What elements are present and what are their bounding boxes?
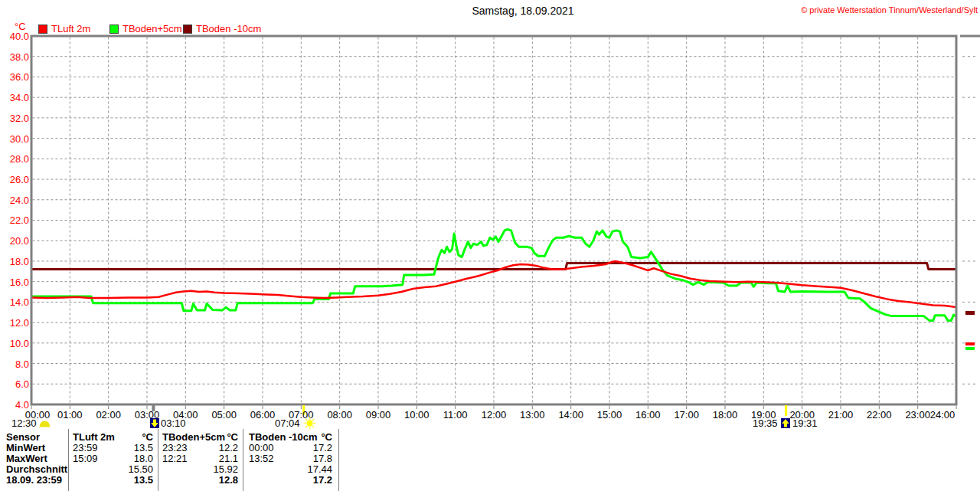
moon-down-time-label: 03:10 xyxy=(161,418,186,428)
moon-time-label: 12:30 xyxy=(11,418,37,428)
weather-station-chart-page: { "header": { "title": "Samstag, 18.09.2… xyxy=(0,0,980,491)
y-tick-label: 40.0 xyxy=(2,31,29,41)
table-cell-value: 15.92 xyxy=(195,464,238,474)
y-tick-label: 12.0 xyxy=(2,318,29,328)
x-tick-label: 02:00 xyxy=(92,410,126,420)
table-row-label: 18.09. 23:59 xyxy=(6,475,62,485)
y-tick-label: 18.0 xyxy=(2,257,29,267)
table-header-name: TLuft 2m xyxy=(73,432,115,442)
x-tick-label: 21:00 xyxy=(824,410,858,420)
x-tick-label: 18:00 xyxy=(708,410,742,420)
table-row-label: MinWert xyxy=(6,443,45,453)
table-cell-time: 23:59 xyxy=(73,443,98,453)
table-cell-time: 15:09 xyxy=(73,453,98,463)
top-border-stub xyxy=(960,35,980,38)
series-line-tboden-5cm xyxy=(31,230,956,321)
x-tick-label: 17:00 xyxy=(670,410,704,420)
table-header-unit: °C xyxy=(302,432,332,442)
y-tick-label: 24.0 xyxy=(2,195,29,205)
y-tick-label: 38.0 xyxy=(2,52,29,62)
x-tick-label: 08:00 xyxy=(323,410,357,420)
y-tick-label: 26.0 xyxy=(2,175,29,185)
table-header-sensor: Sensor xyxy=(6,432,40,442)
table-cell-value: 13.5 xyxy=(110,443,153,453)
y-tick-label: 34.0 xyxy=(2,93,29,103)
table-header-unit: °C xyxy=(207,432,238,442)
table-cell-value: 17.8 xyxy=(289,453,332,463)
table-column-separator xyxy=(338,429,339,491)
table-cell-time: 13:52 xyxy=(249,453,274,463)
y-tick-label: 28.0 xyxy=(2,154,29,164)
table-cell-value: 12.8 xyxy=(195,475,238,485)
x-tick-label: 13:00 xyxy=(515,410,549,420)
sunrise-time-label: 07:04 xyxy=(275,418,300,428)
x-tick-label: 15:00 xyxy=(593,410,626,420)
table-header-unit: °C xyxy=(122,432,153,442)
y-tick-label: 6.0 xyxy=(2,379,29,389)
x-tick-label: 16:00 xyxy=(631,410,665,420)
table-cell-value: 17.2 xyxy=(289,475,332,485)
sun-icon xyxy=(303,417,316,430)
table-cell-value: 13.5 xyxy=(110,475,153,485)
table-column-separator xyxy=(243,429,243,491)
y-tick-label: 20.0 xyxy=(2,236,29,246)
moon-icon xyxy=(39,420,51,427)
x-tick-label: 22:00 xyxy=(862,410,896,420)
table-column-separator xyxy=(68,429,69,491)
moon-down-icon xyxy=(150,418,159,428)
x-tick-label: 05:00 xyxy=(207,410,241,420)
table-cell-value: 15.50 xyxy=(110,464,153,474)
table-cell-value: 17.2 xyxy=(289,443,332,453)
table-column-separator xyxy=(158,429,158,491)
x-tick-label: 01:00 xyxy=(53,410,87,420)
y-tick-label: 30.0 xyxy=(2,134,29,144)
current-value-marker xyxy=(965,311,975,315)
x-tick-label: 14:00 xyxy=(554,410,588,420)
sunset-time-label: 19:35 xyxy=(753,418,778,428)
moon-up-icon xyxy=(781,418,790,428)
x-tick-label: 10:00 xyxy=(400,410,433,420)
x-tick-label: 24:00 xyxy=(926,410,959,420)
y-tick-label: 8.0 xyxy=(2,359,29,369)
table-cell-time: 00:00 xyxy=(249,443,274,453)
table-cell-value: 21.1 xyxy=(195,453,238,463)
x-tick-label: 12:00 xyxy=(477,410,511,420)
table-row-label: MaxWert xyxy=(6,453,47,463)
y-tick-label: 36.0 xyxy=(2,72,29,82)
y-tick-label: 14.0 xyxy=(2,297,29,307)
x-tick-label: 09:00 xyxy=(361,410,395,420)
table-cell-value: 18.0 xyxy=(110,453,153,463)
table-row-label: Durchschnitt xyxy=(6,464,67,474)
table-cell-value: 17.44 xyxy=(289,464,332,474)
current-value-marker xyxy=(965,342,975,345)
moon-up-time-label: 19:31 xyxy=(792,418,818,428)
table-cell-time: 12:21 xyxy=(162,453,188,463)
current-value-marker xyxy=(965,347,975,350)
y-tick-label: 16.0 xyxy=(2,277,29,287)
table-cell-value: 12.2 xyxy=(195,443,238,453)
table-cell-time: 23:23 xyxy=(162,443,188,453)
x-tick-label: 11:00 xyxy=(439,410,472,420)
y-tick-label: 10.0 xyxy=(2,339,29,349)
y-tick-label: 32.0 xyxy=(2,113,29,123)
y-tick-label: 22.0 xyxy=(2,215,29,225)
